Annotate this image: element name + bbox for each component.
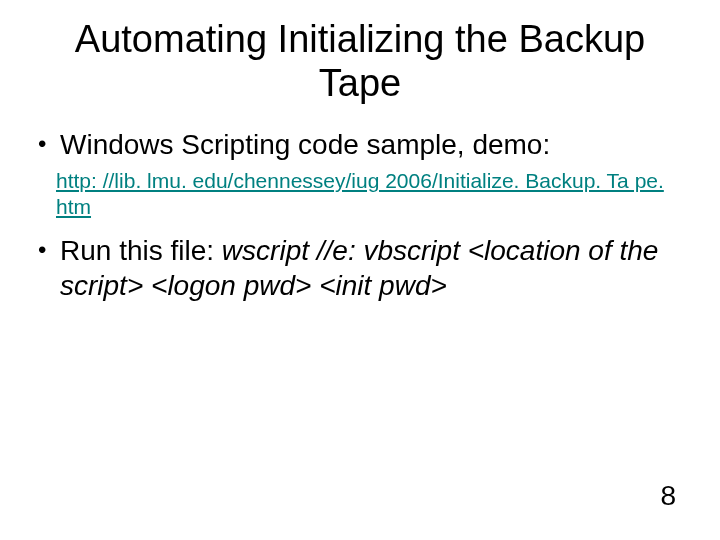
bullet-item-2: Run this file: wscript //e: vbscript <lo…	[34, 233, 690, 303]
slide-title: Automating Initializing the Backup Tape	[30, 18, 690, 105]
bullet-2-prefix: Run this file:	[60, 235, 222, 266]
bullet-item-1: Windows Scripting code sample, demo:	[34, 127, 690, 162]
bullet-list-2: Run this file: wscript //e: vbscript <lo…	[30, 233, 690, 303]
page-number: 8	[660, 480, 676, 512]
source-link[interactable]: http: //lib. lmu. edu/chennessey/iug 200…	[56, 168, 690, 218]
bullet-list: Windows Scripting code sample, demo:	[30, 127, 690, 162]
bullet-1-text: Windows Scripting code sample, demo:	[60, 129, 550, 160]
slide: Automating Initializing the Backup Tape …	[0, 0, 720, 540]
